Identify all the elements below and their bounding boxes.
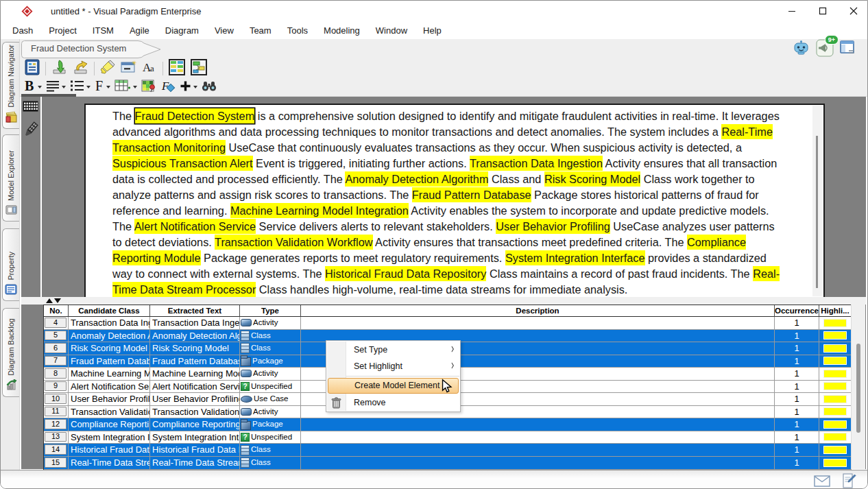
- color-palette-button[interactable]: [139, 78, 158, 96]
- highlighted-term[interactable]: Suspicious Transaction Alert: [112, 156, 253, 171]
- row-number[interactable]: 9: [45, 381, 67, 392]
- highlight-cell[interactable]: [819, 381, 852, 394]
- row-number[interactable]: 7: [45, 356, 67, 366]
- type-cell[interactable]: Class: [240, 330, 301, 343]
- extracted-text-cell[interactable]: Transaction Data Ingestion: [150, 317, 240, 330]
- highlight-color-swatch[interactable]: [823, 344, 847, 353]
- binoculars-button[interactable]: [200, 78, 219, 96]
- occurrence-cell[interactable]: 1: [775, 381, 819, 394]
- highlight-color-swatch[interactable]: [823, 446, 847, 454]
- candidate-class-cell[interactable]: Real-Time Data Stream Processor: [69, 457, 150, 470]
- highlight-color-swatch[interactable]: [823, 331, 847, 339]
- menu-team[interactable]: Team: [250, 23, 272, 38]
- row-14-number-cell[interactable]: 14: [44, 444, 69, 457]
- menu-tools[interactable]: Tools: [287, 23, 308, 38]
- plus-button[interactable]: [178, 78, 200, 96]
- row-13-number-cell[interactable]: 13: [44, 431, 69, 444]
- menu-itsm[interactable]: ITSM: [93, 23, 114, 38]
- extracted-text-cell[interactable]: Real-Time Data Stream Processor: [150, 457, 240, 470]
- candidate-class-cell[interactable]: Fraud Pattern Database: [69, 355, 150, 368]
- description-cell[interactable]: [301, 418, 775, 431]
- occurrence-cell[interactable]: 1: [775, 393, 819, 406]
- row-7-number-cell[interactable]: 7: [44, 355, 69, 368]
- type-cell[interactable]: Package: [240, 418, 301, 431]
- highlight-cell[interactable]: [819, 330, 852, 343]
- column-header-extractedtext[interactable]: Extracted Text: [150, 305, 240, 317]
- row-number[interactable]: 6: [45, 343, 67, 353]
- row-number[interactable]: 8: [45, 368, 67, 379]
- type-cell[interactable]: Class: [240, 444, 301, 457]
- font-f-button[interactable]: F: [93, 78, 112, 96]
- highlighted-term[interactable]: Transaction Validation Workflow: [215, 235, 372, 250]
- dropdown-caret-icon[interactable]: [62, 86, 66, 88]
- row-9-number-cell[interactable]: 9: [44, 381, 69, 394]
- dropdown-caret-icon[interactable]: [38, 86, 42, 88]
- menu-project[interactable]: Project: [49, 23, 76, 38]
- splitter-collapse-buttons[interactable]: [46, 298, 61, 303]
- type-cell[interactable]: Activity: [240, 406, 301, 419]
- highlight-cell[interactable]: [819, 431, 852, 444]
- panel-layout-icon[interactable]: [840, 40, 856, 58]
- type-cell[interactable]: Package: [240, 355, 301, 368]
- highlight-color-swatch[interactable]: [823, 420, 847, 429]
- highlight-color-swatch[interactable]: [823, 395, 847, 403]
- description-cell[interactable]: [301, 317, 775, 330]
- type-cell[interactable]: Activity: [240, 317, 301, 330]
- menu-help[interactable]: Help: [423, 23, 442, 38]
- occurrence-cell[interactable]: 1: [775, 317, 819, 330]
- highlighted-term[interactable]: Alert Notification Service: [134, 219, 256, 234]
- highlight-cell[interactable]: [819, 342, 852, 355]
- occurrence-cell[interactable]: 1: [775, 406, 819, 419]
- export-button[interactable]: [70, 60, 91, 77]
- highlighted-term[interactable]: User Behavior Profiling: [496, 219, 610, 234]
- menu-agile[interactable]: Agile: [130, 23, 149, 38]
- sidetab-diagram-backlog[interactable]: Diagram Backlog: [2, 308, 19, 397]
- highlight-cell[interactable]: [819, 355, 852, 368]
- minimize-button[interactable]: [776, 1, 807, 21]
- font-aa-button[interactable]: Aa: [139, 60, 160, 77]
- highlight-cell[interactable]: [819, 444, 852, 457]
- dropdown-caret-icon[interactable]: [193, 86, 197, 88]
- highlight-color-swatch[interactable]: [823, 407, 847, 416]
- row-15-number-cell[interactable]: 15: [44, 457, 69, 470]
- extracted-text-cell[interactable]: System Integration Interface: [150, 431, 240, 444]
- candidate-class-cell[interactable]: Historical Fraud Data Repository: [69, 444, 150, 457]
- dropdown-caret-icon[interactable]: [86, 86, 91, 88]
- candidate-class-cell[interactable]: Alert Notification Service: [69, 381, 150, 394]
- highlight-color-swatch[interactable]: [823, 370, 847, 378]
- row-12-number-cell[interactable]: 12: [44, 418, 69, 431]
- candidate-class-cell[interactable]: Machine Learning Model Integration: [69, 368, 150, 381]
- menu-dash[interactable]: Dash: [12, 23, 33, 38]
- extracted-text-cell[interactable]: Historical Fraud Data Repository: [150, 444, 240, 457]
- column-header-occurrence[interactable]: Occurrence: [775, 305, 819, 317]
- row-number[interactable]: 15: [45, 457, 67, 468]
- row-number[interactable]: 4: [45, 318, 67, 328]
- candidate-class-cell[interactable]: User Behavior Profiling: [69, 393, 150, 406]
- page-scrollbar[interactable]: [812, 106, 823, 296]
- row-number[interactable]: 12: [45, 419, 67, 429]
- highlight-cell[interactable]: [819, 457, 852, 470]
- bot-assistant-icon[interactable]: [793, 40, 810, 59]
- new-window-button[interactable]: ✳: [118, 60, 139, 77]
- menu-diagram[interactable]: Diagram: [165, 23, 199, 38]
- extracted-text-cell[interactable]: Machine Learning Model Integration: [150, 368, 240, 381]
- type-cell[interactable]: ?Unspecified: [240, 381, 301, 394]
- format-painter-button[interactable]: F: [158, 78, 178, 96]
- highlighted-term[interactable]: Risk Scoring Model: [544, 171, 640, 187]
- extracted-text-cell[interactable]: User Behavior Profiling: [150, 393, 240, 406]
- row-number[interactable]: 13: [45, 432, 67, 442]
- extracted-text-cell[interactable]: Transaction Validation Workflow: [150, 406, 240, 419]
- highlighter-button[interactable]: [97, 60, 118, 77]
- highlight-color-swatch[interactable]: [823, 382, 847, 390]
- row-number[interactable]: 5: [45, 331, 67, 341]
- menu-window[interactable]: Window: [376, 23, 407, 38]
- row-10-number-cell[interactable]: 10: [44, 393, 69, 406]
- highlight-color-swatch[interactable]: [823, 459, 847, 467]
- description-cell[interactable]: [301, 431, 775, 444]
- highlighted-term[interactable]: Machine Learning Model Integration: [230, 203, 409, 218]
- close-button[interactable]: [838, 1, 868, 21]
- menu-item-set-type[interactable]: Set Type: [326, 342, 460, 358]
- column-header-candidateclass[interactable]: Candidate Class: [69, 305, 150, 317]
- row-11-number-cell[interactable]: 11: [44, 406, 69, 419]
- column-header-highli[interactable]: Highli...: [819, 305, 852, 317]
